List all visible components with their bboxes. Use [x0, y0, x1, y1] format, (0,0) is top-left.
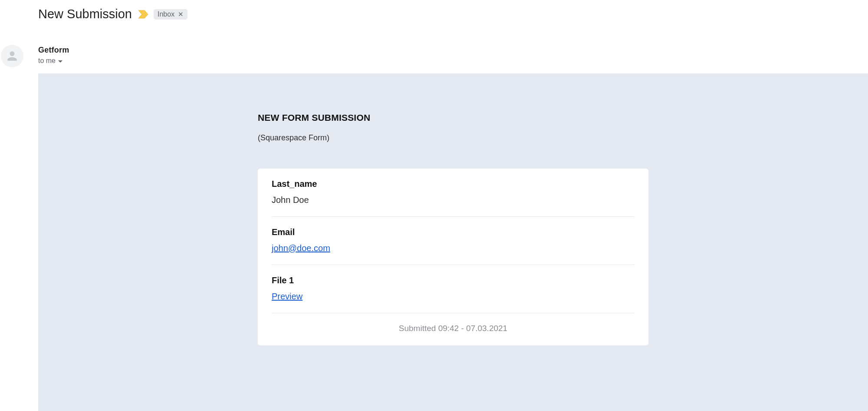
inbox-label-chip[interactable]: Inbox ✕: [154, 9, 187, 20]
to-line-text: to me: [38, 57, 56, 65]
avatar[interactable]: [1, 45, 23, 67]
field-row: File 1 Preview: [272, 265, 635, 313]
field-label: Last_name: [272, 179, 635, 189]
sender-name: Getform: [38, 46, 69, 55]
recipient-dropdown[interactable]: to me: [38, 57, 69, 65]
email-body: NEW FORM SUBMISSION (Squarespace Form) L…: [38, 73, 868, 411]
file-preview-link[interactable]: Preview: [272, 292, 302, 301]
email-subject: New Submission: [38, 7, 132, 21]
email-header: New Submission Inbox ✕: [0, 0, 868, 27]
submission-card: Last_name John Doe Email john@doe.com Fi…: [258, 169, 648, 345]
field-value: John Doe: [272, 195, 635, 205]
sender-meta: Getform to me: [38, 45, 69, 65]
field-label: Email: [272, 227, 635, 237]
field-label: File 1: [272, 275, 635, 285]
submission-timestamp: Submitted 09:42 - 07.03.2021: [272, 313, 635, 337]
body-heading: NEW FORM SUBMISSION: [258, 113, 648, 123]
body-subheading: (Squarespace Form): [258, 133, 648, 143]
person-icon: [5, 49, 19, 63]
email-link[interactable]: john@doe.com: [272, 243, 330, 253]
chevron-down-icon: [58, 57, 62, 65]
email-body-inner: NEW FORM SUBMISSION (Squarespace Form) L…: [258, 113, 648, 345]
field-row: Email john@doe.com: [272, 217, 635, 265]
sender-row: Getform to me: [0, 27, 868, 73]
remove-label-icon[interactable]: ✕: [178, 10, 184, 18]
field-row: Last_name John Doe: [272, 169, 635, 217]
important-marker-icon[interactable]: [138, 10, 148, 19]
inbox-label-text: Inbox: [158, 10, 174, 18]
